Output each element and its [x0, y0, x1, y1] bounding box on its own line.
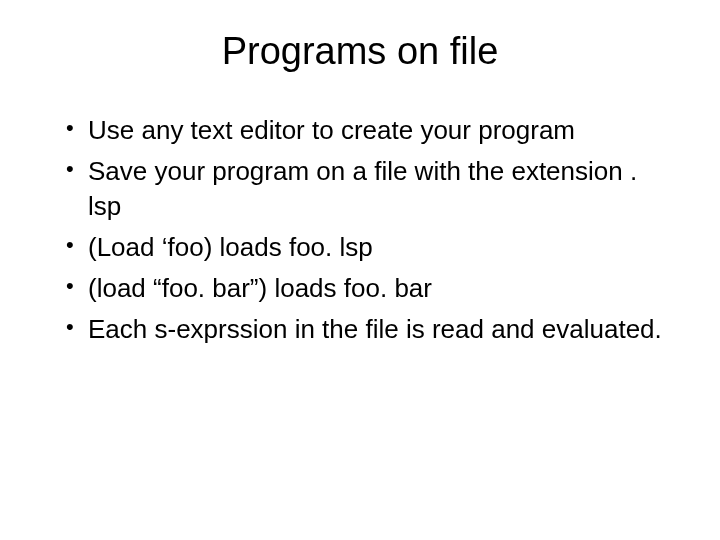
list-item: (Load ‘foo) loads foo. lsp: [60, 230, 670, 265]
list-item: Each s-exprssion in the file is read and…: [60, 312, 670, 347]
list-item: Use any text editor to create your progr…: [60, 113, 670, 148]
slide-title: Programs on file: [40, 30, 680, 73]
bullet-list: Use any text editor to create your progr…: [60, 113, 670, 348]
list-item: Save your program on a file with the ext…: [60, 154, 670, 224]
slide: Programs on file Use any text editor to …: [0, 0, 720, 540]
list-item: (load “foo. bar”) loads foo. bar: [60, 271, 670, 306]
